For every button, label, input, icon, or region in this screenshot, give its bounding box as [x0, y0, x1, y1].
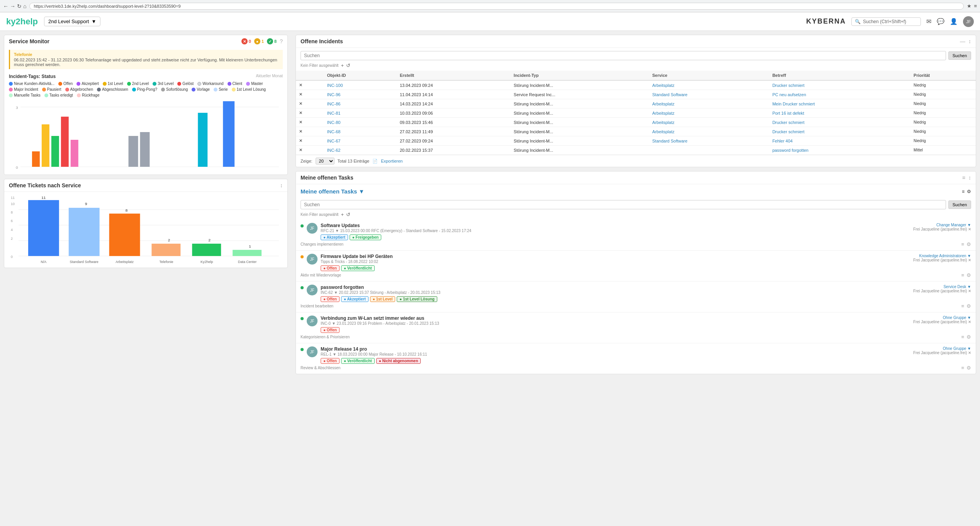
footer-export[interactable]: Exportieren — [381, 159, 403, 163]
task-tag-offen-3[interactable]: ● Offen — [321, 327, 340, 333]
table-row[interactable]: ✕ INC-86 14.03.2023 14:24 Störung Incide… — [296, 99, 976, 109]
task-title-4[interactable]: Major Release 14 pro — [321, 346, 910, 352]
table-row[interactable]: ✕ INC-100 13.04.2023 09:24 Störung Incid… — [296, 80, 976, 90]
task-menu-icon-4[interactable]: ≡ — [961, 365, 964, 371]
row-id-3[interactable]: INC-81 — [324, 109, 397, 118]
row-close-5[interactable]: ✕ — [296, 127, 324, 136]
task-settings-icon-3[interactable]: ⚙ — [966, 334, 971, 340]
incidents-expand-icon[interactable]: ↕ — [968, 38, 971, 44]
task-settings-icon-0[interactable]: ⚙ — [966, 241, 971, 247]
row-close-2[interactable]: ✕ — [296, 99, 324, 109]
list-item[interactable]: JF Major Release 14 pro REL-1 ▼ 18.03.20… — [296, 343, 976, 374]
row-service-0[interactable]: Arbeitsplatz — [649, 80, 769, 90]
back-button[interactable]: ← — [3, 3, 8, 9]
row-close-6[interactable]: ✕ — [296, 136, 324, 146]
task-menu-icon-0[interactable]: ≡ — [961, 241, 964, 247]
list-item[interactable]: JF password forgotten INC-62 ▼ 20.02.202… — [296, 282, 976, 312]
col-betreff[interactable]: Betreff — [769, 71, 910, 80]
row-service-6[interactable]: Standard Software — [649, 136, 769, 146]
task-menu-icon-2[interactable]: ≡ — [961, 303, 964, 309]
task-tag-freigegeben-0[interactable]: ● Freigegeben — [350, 234, 381, 240]
row-close-7[interactable]: ✕ — [296, 146, 324, 155]
telefonie-title[interactable]: Telefonie — [14, 52, 279, 57]
incidents-filter-refresh[interactable]: ↺ — [346, 63, 350, 68]
footer-show-select[interactable]: 20 50 100 — [316, 158, 335, 165]
header-search[interactable]: 🔍 Suchen (Ctrl+Shift+f) — [851, 17, 921, 26]
tasks-expand-icon[interactable]: ↕ — [968, 175, 971, 181]
avatar[interactable]: JF — [963, 16, 974, 27]
row-subject-3[interactable]: Port 16 ist defekt — [769, 109, 910, 118]
forward-button[interactable]: → — [10, 3, 15, 9]
list-item[interactable]: JF Software Updates RFC-21 ▼ 15.03.2023 … — [296, 220, 976, 251]
browser-url[interactable]: https://vertrieb3.1de.ky2help.com/dashbo… — [29, 3, 964, 10]
browser-nav[interactable]: ← → ↻ ⌂ — [3, 3, 26, 9]
row-subject-7[interactable]: password forgotten — [769, 146, 910, 155]
task-menu-icon-3[interactable]: ≡ — [961, 334, 964, 340]
ext-icon-2[interactable]: ≡ — [974, 3, 977, 9]
task-right-label-4[interactable]: Ohne Gruppe ▼ — [913, 346, 971, 351]
question-icon[interactable]: ? — [280, 38, 283, 44]
row-id-6[interactable]: INC-67 — [324, 136, 397, 146]
task-right-label-1[interactable]: Knowledge Administratoren ▼ — [913, 254, 971, 258]
list-item[interactable]: JF Verbindung zum W-Lan setzt immer wied… — [296, 312, 976, 343]
tasks-list-icon[interactable]: ≡ — [962, 189, 965, 194]
task-tag-akzeptiert-0[interactable]: ● Akzeptiert — [321, 234, 348, 240]
tasks-filter-icon[interactable]: ⚙ — [967, 189, 971, 194]
col-prioritaet[interactable]: Priorität — [910, 71, 976, 80]
ext-icon-1[interactable]: ★ — [967, 3, 972, 9]
expand-icon[interactable]: ↕ — [280, 182, 283, 188]
task-title-1[interactable]: Firmware Update bei HP Geräten — [321, 254, 910, 259]
row-id-4[interactable]: INC-80 — [324, 118, 397, 127]
task-title-0[interactable]: Software Updates — [321, 223, 910, 228]
task-tag-nicht-abgenommen-4[interactable]: ● Nicht abgenommen — [376, 358, 421, 364]
row-service-7[interactable] — [649, 146, 769, 155]
table-row[interactable]: ✕ INC-67 27.02.2023 09:24 Störung Incide… — [296, 136, 976, 146]
row-subject-4[interactable]: Drucker schmiert — [769, 118, 910, 127]
task-right-label-3[interactable]: Ohne Gruppe ▼ — [913, 316, 971, 320]
mail-icon[interactable]: ✉ — [926, 18, 931, 25]
users-icon[interactable]: 👤 — [950, 18, 958, 25]
col-service[interactable]: Service — [649, 71, 769, 80]
task-tag-akzeptiert-2[interactable]: ● Akzeptiert — [341, 296, 369, 302]
tasks-dropdown-icon[interactable]: ▼ — [358, 188, 364, 195]
table-row[interactable]: ✕ INC-62 20.02.2023 15:37 Störung Incide… — [296, 146, 976, 155]
row-id-5[interactable]: INC-68 — [324, 127, 397, 136]
row-id-1[interactable]: INC-96 — [324, 90, 397, 99]
row-service-5[interactable]: Arbeitsplatz — [649, 127, 769, 136]
home-button[interactable]: ⌂ — [23, 3, 26, 9]
row-id-0[interactable]: INC-100 — [324, 80, 397, 90]
row-service-2[interactable]: Arbeitsplatz — [649, 99, 769, 109]
row-service-1[interactable]: Standard Software — [649, 90, 769, 99]
tasks-title[interactable]: Meine offenen Tasks ▼ — [301, 188, 364, 195]
tasks-search-button[interactable]: Suchen — [948, 200, 971, 209]
task-tag-offen-2[interactable]: ● Offen — [321, 296, 340, 302]
row-service-3[interactable]: Arbeitsplatz — [649, 109, 769, 118]
task-tag-1st-level-2[interactable]: ● 1st Level — [370, 296, 396, 302]
tasks-collapse-icon[interactable]: ≡ — [962, 175, 965, 181]
task-tag-offen-1[interactable]: ● Offen — [321, 265, 340, 271]
task-tag-veröffentlicht-4[interactable]: ● Veröffentlicht — [341, 358, 375, 364]
table-row[interactable]: ✕ INC-96 11.04.2023 14:14 Service Reques… — [296, 90, 976, 99]
row-subject-5[interactable]: Drucker schmiert — [769, 127, 910, 136]
col-incident-typ[interactable]: Incident-Typ — [511, 71, 649, 80]
row-close-0[interactable]: ✕ — [296, 80, 324, 90]
row-subject-2[interactable]: Mein Drucker schmiert — [769, 99, 910, 109]
row-close-1[interactable]: ✕ — [296, 90, 324, 99]
task-settings-icon-1[interactable]: ⚙ — [966, 272, 971, 278]
row-id-7[interactable]: INC-62 — [324, 146, 397, 155]
list-item[interactable]: JF Firmware Update bei HP Geräten Tipps … — [296, 251, 976, 282]
task-settings-icon-2[interactable]: ⚙ — [966, 303, 971, 309]
row-close-3[interactable]: ✕ — [296, 109, 324, 118]
tasks-filter-add[interactable]: + — [341, 212, 344, 217]
task-title-2[interactable]: password forgotten — [321, 285, 910, 290]
task-right-label-0[interactable]: Change Manager ▼ — [913, 223, 971, 227]
chat-icon[interactable]: 💬 — [937, 18, 944, 25]
table-row[interactable]: ✕ INC-81 10.03.2023 09:06 Störung Incide… — [296, 109, 976, 118]
collapse-icon[interactable]: — — [960, 38, 965, 44]
task-tag-1st-level-lösung-2[interactable]: ● 1st Level Lösung — [397, 296, 437, 302]
incidents-search-input[interactable] — [301, 51, 946, 60]
tasks-search-input[interactable] — [301, 200, 946, 209]
task-tag-offen-4[interactable]: ● Offen — [321, 358, 340, 364]
refresh-button[interactable]: ↻ — [17, 3, 22, 9]
task-tag-veröffentlicht-1[interactable]: ● Veröffentlicht — [341, 265, 375, 271]
